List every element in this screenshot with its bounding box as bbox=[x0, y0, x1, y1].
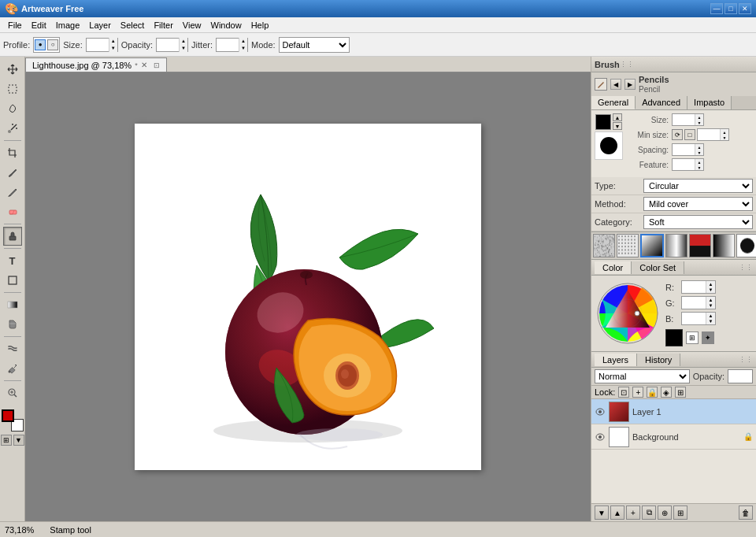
menu-image[interactable]: Image bbox=[51, 17, 85, 32]
layer-item[interactable]: Layer 1 bbox=[591, 399, 756, 424]
size-up[interactable]: ▲ bbox=[109, 38, 117, 45]
extra-tool-2[interactable]: ▼ bbox=[13, 435, 24, 446]
tool-shape[interactable] bbox=[3, 271, 22, 290]
minimize-button[interactable]: — bbox=[710, 3, 723, 14]
texture-7[interactable] bbox=[736, 234, 756, 257]
jitter-input[interactable]: 0 bbox=[217, 39, 239, 51]
opacity-input[interactable]: 100 bbox=[157, 39, 179, 51]
layer-move-down[interactable]: ▼ bbox=[595, 506, 609, 520]
brush-next-button[interactable]: ▶ bbox=[624, 79, 636, 90]
lock-icon-5[interactable]: ⊞ bbox=[675, 387, 686, 398]
spacing-up[interactable]: ▲ bbox=[695, 144, 703, 150]
texture-2[interactable] bbox=[617, 234, 639, 257]
feature-down[interactable]: ▼ bbox=[695, 165, 703, 170]
menu-window[interactable]: Window bbox=[206, 17, 246, 32]
brush-tab-general[interactable]: General bbox=[591, 96, 636, 109]
layer-duplicate[interactable]: ⧉ bbox=[642, 506, 656, 520]
foreground-color[interactable] bbox=[2, 409, 14, 422]
layer-merge[interactable]: ⊕ bbox=[658, 506, 672, 520]
size-spinner[interactable]: 20 ▲ ▼ bbox=[86, 38, 118, 52]
b-up[interactable]: ▲ bbox=[706, 313, 715, 319]
brush-size-spinner[interactable]: 2 ▲ ▼ bbox=[672, 113, 704, 126]
layer-flatten[interactable]: ⊞ bbox=[673, 506, 687, 520]
fg-bg-swatch[interactable] bbox=[2, 409, 24, 431]
menu-help[interactable]: Help bbox=[246, 17, 274, 32]
brush-color-up[interactable]: ▲ bbox=[613, 113, 622, 121]
brush-color-swatch[interactable] bbox=[595, 114, 611, 130]
tool-eraser[interactable] bbox=[3, 202, 22, 221]
jitter-up[interactable]: ▲ bbox=[239, 38, 247, 45]
opacity-up[interactable]: ▲ bbox=[180, 38, 187, 45]
selected-color-swatch[interactable] bbox=[665, 329, 683, 346]
b-spinner[interactable]: 0 ▲ ▼ bbox=[681, 312, 716, 325]
g-input[interactable]: 0 bbox=[682, 297, 706, 309]
menu-view[interactable]: View bbox=[178, 17, 206, 32]
texture-5[interactable] bbox=[689, 234, 711, 257]
minsize-icon1[interactable]: ⟳ bbox=[672, 129, 683, 140]
brush-prev-button[interactable]: ◀ bbox=[610, 79, 621, 90]
blend-mode-select[interactable]: Normal Multiply Screen Overlay bbox=[595, 369, 690, 383]
g-spinner[interactable]: 0 ▲ ▼ bbox=[681, 296, 716, 309]
texture-4[interactable] bbox=[665, 234, 687, 257]
tool-bucket[interactable] bbox=[3, 315, 22, 334]
layer-add[interactable]: + bbox=[626, 506, 640, 520]
canvas-viewport[interactable] bbox=[25, 72, 591, 521]
texture-6[interactable] bbox=[713, 234, 735, 257]
tool-gradient[interactable] bbox=[3, 295, 22, 314]
opacity-down[interactable]: ▼ bbox=[180, 45, 187, 52]
color-wheel[interactable] bbox=[596, 282, 659, 345]
jitter-down[interactable]: ▼ bbox=[239, 45, 247, 52]
b-input[interactable]: 0 bbox=[682, 313, 706, 324]
layers-tab-layers[interactable]: Layers bbox=[595, 354, 637, 366]
tool-smudge[interactable] bbox=[3, 339, 22, 358]
category-select[interactable]: Soft Hard Rough bbox=[643, 215, 753, 229]
r-up[interactable]: ▲ bbox=[706, 281, 715, 287]
layer-opacity-input[interactable]: 100 bbox=[728, 369, 753, 383]
color-tab-color[interactable]: Color bbox=[595, 261, 632, 274]
tool-move[interactable] bbox=[3, 60, 22, 79]
brush-size-down[interactable]: ▼ bbox=[695, 120, 703, 125]
tool-lasso[interactable] bbox=[3, 99, 22, 118]
mode-select[interactable]: Default Multiply Screen bbox=[279, 37, 350, 53]
minsize-down[interactable]: ▼ bbox=[721, 135, 728, 140]
lock-icon-4[interactable]: ◈ bbox=[661, 387, 672, 398]
layers-tab-history[interactable]: History bbox=[637, 354, 680, 366]
tool-text[interactable]: T bbox=[3, 251, 22, 270]
brush-tab-impasto[interactable]: Impasto bbox=[687, 96, 732, 109]
texture-1[interactable] bbox=[593, 234, 615, 257]
minsize-input[interactable]: 50 bbox=[698, 129, 720, 140]
tool-marquee[interactable] bbox=[3, 80, 22, 98]
g-up[interactable]: ▲ bbox=[706, 297, 715, 303]
spacing-spinner[interactable]: 20 ▲ ▼ bbox=[672, 143, 704, 156]
feature-spinner[interactable]: 1 ▲ ▼ bbox=[672, 158, 704, 171]
jitter-spinner[interactable]: 0 ▲ ▼ bbox=[216, 38, 248, 52]
tool-stamp[interactable] bbox=[3, 227, 22, 246]
color-icon-2[interactable]: ✦ bbox=[702, 331, 714, 344]
spacing-down[interactable]: ▼ bbox=[695, 150, 703, 155]
brush-size-input[interactable]: 2 bbox=[673, 114, 695, 125]
minsize-up[interactable]: ▲ bbox=[721, 129, 728, 135]
minsize-icon2[interactable]: □ bbox=[684, 129, 695, 140]
menu-edit[interactable]: Edit bbox=[27, 17, 51, 32]
layer-visibility-toggle[interactable] bbox=[595, 431, 606, 443]
layer-delete[interactable]: 🗑 bbox=[739, 506, 753, 520]
brush-tab-advanced[interactable]: Advanced bbox=[636, 96, 687, 109]
extra-tool-1[interactable]: ⊞ bbox=[1, 435, 12, 446]
canvas-tab-maximize[interactable]: ⊡ bbox=[154, 61, 160, 69]
canvas-tab[interactable]: Lighthouse.jpg @ 73,18% * ✕ ⊡ bbox=[25, 57, 167, 72]
size-input[interactable]: 20 bbox=[87, 39, 109, 51]
feature-input[interactable]: 1 bbox=[673, 159, 695, 170]
layer-visibility-toggle[interactable] bbox=[595, 406, 606, 417]
tool-magic-wand[interactable] bbox=[3, 119, 22, 138]
canvas-tab-close[interactable]: ✕ bbox=[141, 61, 147, 69]
b-down[interactable]: ▼ bbox=[706, 319, 715, 325]
menu-filter[interactable]: Filter bbox=[149, 17, 177, 32]
lock-icon-3[interactable]: 🔒 bbox=[647, 387, 658, 398]
maximize-button[interactable]: □ bbox=[724, 3, 737, 14]
layer-item[interactable]: Background 🔒 bbox=[591, 424, 756, 450]
title-controls[interactable]: — □ ✕ bbox=[710, 3, 751, 14]
brush-size-up[interactable]: ▲ bbox=[695, 114, 703, 120]
layer-move-up[interactable]: ▲ bbox=[610, 506, 624, 520]
opacity-spinner[interactable]: 100 ▲ ▼ bbox=[156, 38, 188, 52]
tool-zoom[interactable] bbox=[3, 383, 22, 402]
